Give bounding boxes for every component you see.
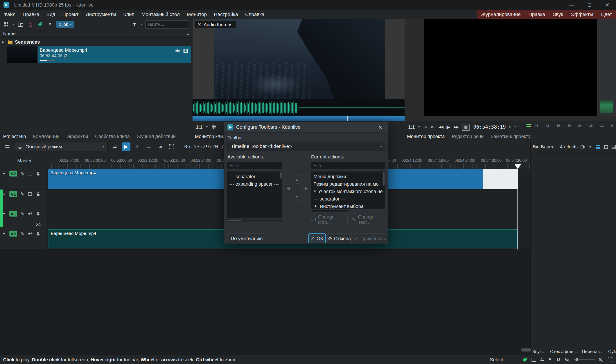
clip-blank-section[interactable] (483, 169, 518, 189)
enable-effects-icon[interactable] (579, 143, 586, 150)
collapse-chevron-icon[interactable]: ▾ (3, 192, 6, 196)
scrollbar-thumb[interactable] (383, 172, 385, 186)
list-item[interactable]: --- separator --- (311, 195, 385, 203)
lock-icon[interactable] (36, 211, 40, 216)
current-actions-list[interactable]: Меню дорожки Режим редактирования на мо … (311, 171, 385, 209)
cancel-button[interactable]: ⊘Отмена (327, 234, 351, 243)
chevron-down-icon[interactable]: ▾ (206, 125, 208, 129)
tab-time-remap[interactable]: Переназ... (582, 349, 603, 354)
menu-edit[interactable]: Правка (19, 10, 43, 19)
list-item[interactable]: --- separator --- (227, 173, 282, 180)
lock-icon[interactable] (36, 192, 40, 196)
close-icon[interactable]: ✕ (376, 124, 384, 130)
video-track-icon[interactable] (28, 192, 32, 196)
dialog-titlebar[interactable]: ▶ Configure Toolbars - Kdenlive ✕ (224, 122, 388, 133)
play-icon[interactable]: ▶ (447, 124, 450, 130)
video-icon[interactable] (183, 48, 188, 53)
search-input[interactable] (145, 20, 189, 28)
tab-project-notes[interactable]: Заметки к проекту (491, 134, 531, 139)
bin-folder-row[interactable]: ▸ Sequences (0, 38, 192, 45)
collapse-chevron-icon[interactable]: ▾ (3, 212, 6, 216)
create-folder-icon[interactable] (17, 21, 24, 28)
available-actions-list[interactable]: --- separator --- --- expanding spacer -… (227, 171, 282, 218)
change-icon-button[interactable]: Change Icon... (311, 215, 348, 224)
tab-effect-stack[interactable]: Стек эффе... (550, 349, 577, 354)
monitor-menu-icon[interactable]: ≡ (514, 124, 517, 130)
menu-clip[interactable]: Клип (120, 10, 138, 19)
close-button[interactable]: ✕ (598, 0, 616, 10)
edit-mode-combobox[interactable]: Обычный режим ▾ (14, 142, 108, 151)
list-item[interactable]: Участок монтажного стола не (311, 188, 385, 195)
copy-icon[interactable] (603, 143, 609, 150)
monitor-seek-bar[interactable] (193, 116, 405, 121)
track-badge[interactable]: A1 (9, 211, 17, 217)
zone-in-icon[interactable]: ⇥ (423, 124, 427, 130)
timecode-spinner[interactable]: ▴▾ (509, 125, 510, 129)
menu-view[interactable]: Вид (43, 10, 59, 19)
menu-settings[interactable]: Настройка (210, 10, 242, 19)
video-track-icon[interactable] (28, 171, 32, 176)
menu-timeline[interactable]: Монтажный стол (138, 10, 183, 19)
horizontal-scrollbar-thumb[interactable] (521, 349, 531, 351)
track-badge[interactable]: A2 (9, 231, 17, 237)
jobs-badge[interactable]: 1 job▾ (56, 21, 74, 28)
list-item[interactable]: Инструмент выбора (311, 203, 385, 209)
marker-flag-icon[interactable]: ⚑ (548, 357, 552, 362)
scroll-follow-icon[interactable]: ⇆ (540, 357, 544, 362)
tag-icon[interactable] (37, 21, 44, 28)
tab-speech-editor[interactable]: Редактор речи (452, 134, 484, 139)
clip-selected-item[interactable]: Баренцево Море.mp4 06:53:44:06 [2] (38, 46, 191, 63)
available-hscrollbar[interactable] (227, 219, 282, 222)
bin-column-header[interactable]: Name ▴ (0, 30, 192, 38)
tab-compositions[interactable]: Композиции (33, 134, 59, 139)
tab-effects[interactable]: Эффекты (67, 134, 88, 139)
zone-out-icon[interactable]: ⇤ (431, 124, 435, 130)
toolbar-combobox[interactable]: Timeline Toolbar <kdenlive> ▾ (228, 142, 386, 151)
chevron-down-icon[interactable]: ▾ (13, 23, 14, 26)
list-item[interactable]: Меню дорожки (311, 173, 385, 180)
menu-project[interactable]: Проект (59, 10, 82, 19)
zoom-fit-icon[interactable] (607, 357, 613, 363)
effect-stack-source[interactable]: Bin Барен... (533, 144, 559, 149)
audio-thumbs-overlay[interactable]: ✕ Audio thumbs (195, 21, 236, 28)
tab-clip-monitor[interactable]: Монитор кли... (195, 134, 227, 139)
monitor-timecode[interactable]: 06:54:38:19 (473, 124, 506, 130)
available-filter-input[interactable] (227, 161, 282, 170)
layout-audio[interactable]: Звук (549, 10, 567, 19)
clip-video-frame[interactable] (214, 19, 385, 99)
clip-thumbnail[interactable] (7, 46, 37, 63)
tab-clip-properties[interactable]: Свойства клипа (95, 134, 130, 139)
target-icon[interactable] (168, 142, 176, 151)
grid-icon[interactable] (211, 124, 217, 130)
layout-logging[interactable]: Журналирование (477, 10, 524, 19)
link-icon[interactable]: ∞ (156, 142, 165, 151)
zoom-slider[interactable] (574, 357, 595, 362)
current-filter-input[interactable] (311, 161, 385, 170)
tab-audio-mixer[interactable]: Звук... (532, 349, 545, 354)
zoom-level[interactable]: 1:1 (196, 124, 203, 130)
ok-button[interactable]: ✓OK (308, 234, 326, 243)
zoom-level[interactable]: 1:1 (408, 124, 415, 130)
collapse-chevron-icon[interactable]: ▾ (3, 232, 6, 235)
master-track-label[interactable]: Master (17, 158, 32, 164)
chevron-down-icon[interactable]: ▾ (587, 143, 593, 150)
spacer-tool-icon[interactable]: ↔ (145, 142, 153, 151)
view-mode-icon[interactable] (3, 21, 10, 28)
track-header-a2[interactable]: ▾ A2 ✎ (0, 229, 48, 249)
menu-file[interactable]: Файл (0, 10, 19, 19)
edit-track-icon[interactable]: ✎ (20, 171, 24, 176)
project-video-frame[interactable] (424, 19, 597, 116)
snap-magnet-icon[interactable] (555, 357, 561, 363)
chevron-down-icon[interactable]: ▾ (418, 125, 420, 129)
thumbnails-icon[interactable] (531, 357, 537, 363)
overflow-menu-icon[interactable]: ≡ (46, 21, 53, 28)
audio-icon[interactable] (175, 48, 180, 53)
grid-icon[interactable] (611, 143, 616, 150)
active-track-indicator[interactable] (0, 190, 3, 209)
minimize-button[interactable]: — (563, 0, 581, 10)
timeline-settings-icon[interactable] (3, 142, 11, 151)
edit-track-icon[interactable]: ✎ (20, 191, 24, 197)
tab-undo-history[interactable]: Журнал действий (137, 134, 176, 139)
move-right-button[interactable]: ▶ (302, 184, 310, 192)
move-up-button[interactable]: ▴ (293, 175, 301, 184)
